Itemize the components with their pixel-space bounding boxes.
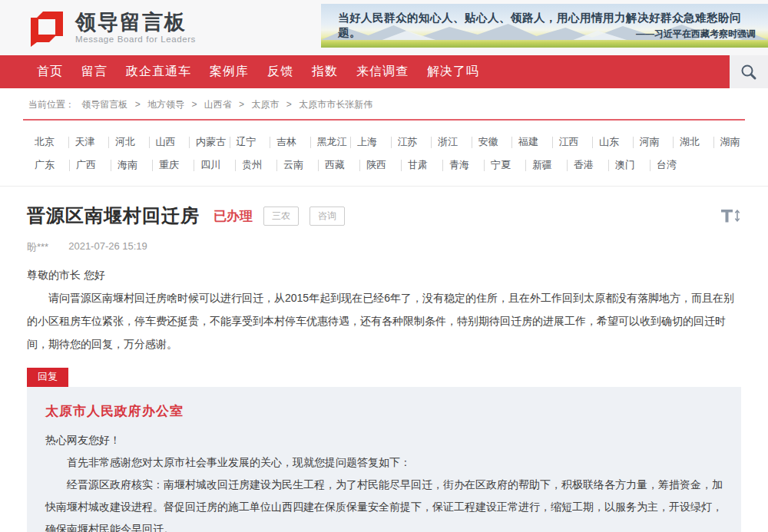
nav-item-survey[interactable]: 来信调查 [356, 64, 409, 80]
province-link[interactable]: 四川 [200, 160, 236, 171]
province-link[interactable]: 福建 [518, 137, 553, 148]
breadcrumb-item-taiyuan[interactable]: 太原市 [251, 99, 279, 110]
province-link[interactable]: 内蒙古 [196, 137, 230, 148]
status-badge: 已办理 [214, 207, 253, 225]
province-link[interactable]: 香港 [574, 160, 609, 171]
province-link[interactable]: 湖南 [720, 137, 754, 148]
font-size-icon[interactable] [720, 208, 741, 223]
province-link[interactable]: 天津 [75, 137, 110, 148]
logo-subtitle: Message Board for Leaders [75, 35, 196, 44]
breadcrumb-item-root[interactable]: 领导留言板 [81, 99, 127, 110]
main-nav: 首页 留言 政企直通车 案例库 反馈 指数 来信调查 解决了吗 [0, 55, 768, 88]
province-link[interactable]: 澳门 [615, 160, 650, 171]
breadcrumb-prefix: 当前位置： [28, 99, 74, 110]
province-link[interactable]: 重庆 [159, 160, 194, 171]
province-links: 北京 天津 河北 山西 内蒙古 辽宁 吉林 黑龙江 上海 江苏 浙江 安徽 福建… [0, 121, 768, 187]
message-board-logo-icon [28, 8, 66, 48]
province-link[interactable]: 山东 [599, 137, 634, 148]
nav-items: 首页 留言 政企直通车 案例库 反馈 指数 来信调查 解决了吗 [0, 55, 479, 88]
search-icon [740, 63, 758, 81]
post-greeting: 尊敬的市长 您好 [27, 263, 741, 286]
province-row-1: 北京 天津 河北 山西 内蒙古 辽宁 吉林 黑龙江 上海 江苏 浙江 安徽 福建… [35, 131, 760, 154]
breadcrumb-separator: > [286, 99, 292, 110]
nav-item-cases[interactable]: 案例库 [210, 64, 249, 80]
post-title-row: 晋源区南堰村回迁房 已办理 三农 咨询 [27, 187, 741, 228]
province-link[interactable]: 黑龙江 [317, 137, 352, 148]
province-link[interactable]: 浙江 [438, 137, 472, 148]
reply-department: 太原市人民政府办公室 [45, 402, 723, 420]
nav-item-index[interactable]: 指数 [312, 64, 338, 80]
province-link[interactable]: 山西 [156, 137, 190, 148]
breadcrumb-separator: > [135, 99, 141, 110]
logo-text: 领导留言板 Message Board for Leaders [75, 12, 196, 44]
province-link[interactable]: 江苏 [398, 137, 432, 148]
province-link[interactable]: 甘肃 [408, 160, 443, 171]
province-link[interactable]: 西藏 [325, 160, 360, 171]
site-header: 领导留言板 Message Board for Leaders 当好人民群众的知… [0, 0, 768, 55]
breadcrumb-item-shanxi[interactable]: 山西省 [204, 99, 232, 110]
province-link[interactable]: 云南 [283, 160, 319, 171]
province-link[interactable]: 湖北 [680, 137, 714, 148]
logo-title: 领导留言板 [75, 12, 196, 33]
tag-agriculture: 三农 [263, 207, 299, 226]
post-meta: 盼*** 2021-07-26 15:19 [27, 240, 741, 254]
breadcrumb-item-local-leaders[interactable]: 地方领导 [147, 99, 184, 110]
post-detail: 晋源区南堰村回迁房 已办理 三农 咨询 盼*** 2021-07-26 15:1… [0, 187, 768, 532]
post-content: 请问晋源区南堰村回迁房啥时候可以进行回迁，从2015年起到现在已经6年了，没有稳… [27, 286, 741, 355]
province-link[interactable]: 辽宁 [237, 137, 271, 148]
search-button[interactable] [730, 55, 768, 88]
breadcrumb-separator: > [191, 99, 197, 110]
province-link[interactable]: 广东 [35, 160, 70, 171]
province-link[interactable]: 安徽 [478, 137, 513, 148]
breadcrumb-section: 当前位置： 领导留言板 > 地方领导 > 山西省 > 太原市 > 太原市市长张新… [0, 88, 768, 121]
header-banner: 当好人民群众的知心人、贴心人、领路人，用心用情用力解决好群众急难愁盼问题。 ——… [321, 4, 768, 48]
breadcrumb-item-mayor[interactable]: 太原市市长张新伟 [299, 99, 372, 110]
nav-item-resolved[interactable]: 解决了吗 [427, 64, 479, 80]
province-link[interactable]: 北京 [35, 137, 69, 148]
reply-paragraph: 首先非常感谢您对太原市社会事业发展的关心，现就您提问题答复如下： [45, 451, 723, 474]
province-link[interactable]: 江西 [559, 137, 594, 148]
province-link[interactable]: 青海 [449, 160, 485, 171]
post-body: 尊敬的市长 您好 请问晋源区南堰村回迁房啥时候可以进行回迁，从2015年起到现在… [27, 263, 741, 355]
nav-item-messages[interactable]: 留言 [81, 64, 108, 80]
province-link[interactable]: 上海 [357, 137, 392, 148]
reply-box: 太原市人民政府办公室 热心网友您好！ 首先非常感谢您对太原市社会事业发展的关心，… [27, 387, 741, 532]
province-link[interactable]: 海南 [118, 160, 153, 171]
post-author: 盼*** [27, 240, 48, 254]
post-title: 晋源区南堰村回迁房 [27, 203, 200, 228]
province-link[interactable]: 贵州 [242, 160, 277, 171]
province-link[interactable]: 宁夏 [491, 160, 526, 171]
reply-paragraph: 热心网友您好！ [45, 429, 723, 451]
reply-badge: 回复 [27, 368, 68, 387]
province-link[interactable]: 河南 [640, 137, 674, 148]
province-link[interactable]: 河北 [115, 137, 150, 148]
breadcrumb-separator: > [239, 99, 244, 110]
banner-attribution: ——习近平在西藏考察时强调 [636, 28, 756, 41]
province-link[interactable]: 台湾 [657, 160, 692, 171]
reply-paragraph: 经晋源区政府核实：南堰村城改回迁房建设为民生工程，为了村民能尽早回迁，街办在区政… [45, 474, 723, 532]
page: 领导留言板 Message Board for Leaders 当好人民群众的知… [0, 0, 768, 532]
province-link[interactable]: 陕西 [366, 160, 402, 171]
nav-item-feedback[interactable]: 反馈 [267, 64, 293, 80]
tag-inquiry: 咨询 [310, 207, 345, 226]
province-link[interactable]: 广西 [76, 160, 111, 171]
province-link[interactable]: 吉林 [276, 137, 311, 148]
post-timestamp: 2021-07-26 15:19 [68, 240, 147, 254]
site-logo[interactable]: 领导留言板 Message Board for Leaders [28, 8, 196, 48]
nav-item-enterprise[interactable]: 政企直通车 [126, 64, 191, 80]
province-row-2: 广东 广西 海南 重庆 四川 贵州 云南 西藏 陕西 甘肃 青海 宁夏 新疆 香… [35, 154, 760, 177]
province-link[interactable]: 新疆 [532, 160, 568, 171]
nav-item-home[interactable]: 首页 [37, 64, 63, 80]
breadcrumb: 当前位置： 领导留言板 > 地方领导 > 山西省 > 太原市 > 太原市市长张新… [0, 88, 768, 119]
